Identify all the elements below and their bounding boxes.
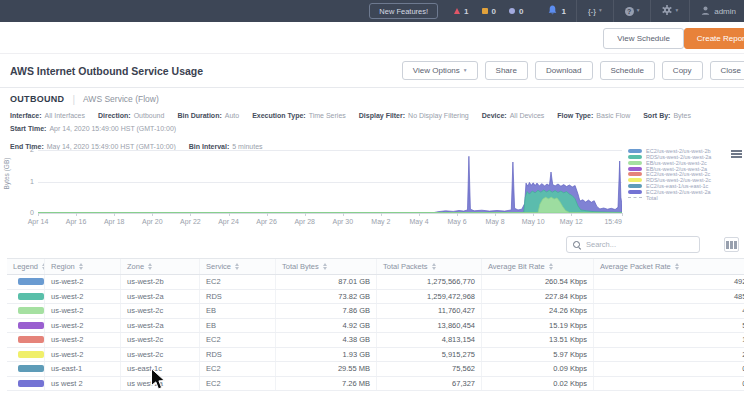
view-options-button[interactable]: View Options▾ <box>402 61 478 80</box>
close-button[interactable]: Close <box>710 61 744 80</box>
user-menu[interactable]: admin <box>690 6 744 17</box>
legend-cell <box>7 362 45 376</box>
legend-item-ec2-us-east-1-us-east-1c[interactable]: EC2/us-east-1/us-east-1c <box>628 184 711 189</box>
legend-swatch <box>628 178 642 182</box>
chevron-down-icon: ▾ <box>637 8 640 14</box>
download-button[interactable]: Download <box>535 61 593 80</box>
zone-cell: us-west-2a <box>121 290 200 304</box>
query-param-sort-by-: Sort By:Bytes <box>643 112 691 120</box>
notifications-button[interactable]: 1 <box>538 5 575 18</box>
legend-item-eb-us-west-2-us-west-2c[interactable]: EB/us-west-2/us-west-2c <box>628 161 711 166</box>
region-cell: us west 2 <box>45 377 121 391</box>
share-button[interactable]: Share <box>485 61 528 80</box>
sort-icon <box>235 263 239 271</box>
legend-swatch <box>628 155 642 159</box>
alert-count: 1 <box>464 7 468 16</box>
legend-item-ec2-us-west-2-us-west-2c[interactable]: EC2/us-west-2/us-west-2c <box>628 172 711 177</box>
table-body: us-west-2us-west-2bEC287.01 GB1,275,566,… <box>7 275 744 391</box>
table-row[interactable]: us west 2us west 2aEC27.26 MB67,3270.02 … <box>7 377 744 392</box>
query-param-flow-type-: Flow Type:Basic Flow <box>557 112 630 120</box>
legend-cell <box>7 333 45 347</box>
query-param-direction-: Direction:Outbound <box>98 112 164 120</box>
total-packets-cell: 13,860,454 <box>377 319 482 333</box>
report-header: AWS Internet Outbound Service Usage View… <box>0 54 744 88</box>
legend-item-rds-us-west-2-us-west-2c[interactable]: RDS/us-west-2/us-west-2c <box>628 178 711 183</box>
total-packets-cell: 4,813,154 <box>377 333 482 347</box>
axis-tick <box>267 213 268 216</box>
table-row[interactable]: us-west-2us-west-2bEC287.01 GB1,275,566,… <box>7 275 744 290</box>
legend-swatch <box>628 184 642 188</box>
service-cell: EC2 <box>200 275 276 289</box>
schedule-button[interactable]: Schedule <box>600 61 655 80</box>
search-input[interactable] <box>586 240 693 249</box>
axis-tick <box>38 213 39 216</box>
legend-item-total[interactable]: Total <box>628 195 711 200</box>
y-axis-label: Bytes (GB) <box>3 148 10 200</box>
tab-divider: | <box>72 94 75 105</box>
column-header-service[interactable]: Service <box>200 259 276 274</box>
axis-tick <box>229 213 230 216</box>
alert-circle[interactable]: 0 <box>509 7 523 16</box>
table-row[interactable]: us-east-1us-east-1cEC229.55 MB75,5620.09… <box>7 362 744 377</box>
series-rds-us-west-2-us-west-2a <box>38 190 622 213</box>
row-swatch <box>18 351 44 358</box>
avg-packet-rate-cell: 2.20 pps <box>594 348 744 362</box>
context-switcher-menu[interactable]: {-} ▾ <box>577 0 613 22</box>
table-row[interactable]: us-west-2us-west-2cRDS1.93 GB5,915,2755.… <box>7 348 744 363</box>
settings-menu[interactable]: ▾ <box>651 0 689 22</box>
copy-button[interactable]: Copy <box>662 61 703 80</box>
zone-cell: us-west-2a <box>121 319 200 333</box>
axis-tick <box>114 213 115 216</box>
column-header-average-packet-rate[interactable]: Average Packet Rate <box>594 259 744 274</box>
legend-item-rds-us-west-2-us-west-2a[interactable]: RDS/us-west-2/us-west-2a <box>628 155 711 160</box>
table-row[interactable]: us-west-2us-west-2cEB7.86 GB11,760,42724… <box>7 304 744 319</box>
alert-square[interactable]: 0 <box>482 7 496 16</box>
help-menu[interactable]: ? ▾ <box>614 0 651 22</box>
axis-tick <box>495 213 496 216</box>
top-navbar: New Features! 100 1 {-} ▾ ? ▾ ▾ <box>0 0 744 22</box>
column-header-average-bit-rate[interactable]: Average Bit Rate <box>482 259 594 274</box>
gear-icon <box>662 5 672 17</box>
legend-cell <box>7 290 45 304</box>
column-header-total-packets[interactable]: Total Packets <box>377 259 482 274</box>
y-tick-label: 2 <box>22 146 34 153</box>
total-bytes-cell: 7.86 GB <box>276 304 377 318</box>
axis-tick <box>190 213 191 216</box>
tab-aws-service-flow[interactable]: AWS Service (Flow) <box>83 94 159 104</box>
query-param-execution-type-: Execution Type:Time Series <box>252 112 346 120</box>
sort-icon <box>675 263 679 271</box>
sort-icon <box>79 263 83 271</box>
create-report-button[interactable]: Create Report <box>684 28 744 49</box>
column-header-legend[interactable]: Legend <box>7 259 45 274</box>
row-swatch <box>18 336 44 343</box>
legend-item-ec2-us-west-2-us-west-2a[interactable]: EC2/us-west-2/us-west-2a <box>628 189 711 194</box>
alert-triangle[interactable]: 1 <box>454 7 468 16</box>
sort-icon <box>148 263 152 271</box>
avg-packet-rate-cell: 0.03 pps <box>594 362 744 376</box>
total-packets-cell: 1,259,472,968 <box>377 290 482 304</box>
total-bytes-cell: 4.92 GB <box>276 319 377 333</box>
column-header-zone[interactable]: Zone <box>121 259 200 274</box>
new-features-button[interactable]: New Features! <box>369 3 438 19</box>
zone-cell: us-west-2c <box>121 304 200 318</box>
chart-menu-icon[interactable] <box>731 150 742 158</box>
legend-swatch <box>628 161 642 165</box>
alert-indicators: 100 <box>454 7 523 16</box>
column-header-total-bytes[interactable]: Total Bytes <box>276 259 377 274</box>
view-schedule-button[interactable]: View Schedule <box>603 28 684 49</box>
legend-item-ec2-us-west-2-us-west-2b[interactable]: EC2/us-west-2/us-west-2b <box>628 149 711 154</box>
tab-outbound[interactable]: OUTBOUND <box>10 94 64 104</box>
chart-plot <box>38 148 622 213</box>
service-cell: EC2 <box>200 362 276 376</box>
column-header-region[interactable]: Region <box>45 259 121 274</box>
column-chooser-button[interactable] <box>724 237 739 252</box>
sort-icon <box>323 263 327 271</box>
table-row[interactable]: us-west-2us-west-2cEC24.38 GB4,813,15413… <box>7 333 744 348</box>
table-row[interactable]: us-west-2us-west-2aRDS73.82 GB1,259,472,… <box>7 290 744 305</box>
legend-item-eb-us-west-2-us-west-2a[interactable]: EB/us-west-2/us-west-2a <box>628 166 711 171</box>
axis-tick <box>76 213 77 216</box>
table-row[interactable]: us-west-2us-west-2aEB4.92 GB13,860,45415… <box>7 319 744 334</box>
circle-icon <box>509 8 515 14</box>
tabs-row: OUTBOUND | AWS Service (Flow) <box>10 91 159 107</box>
legend-cell <box>7 319 45 333</box>
